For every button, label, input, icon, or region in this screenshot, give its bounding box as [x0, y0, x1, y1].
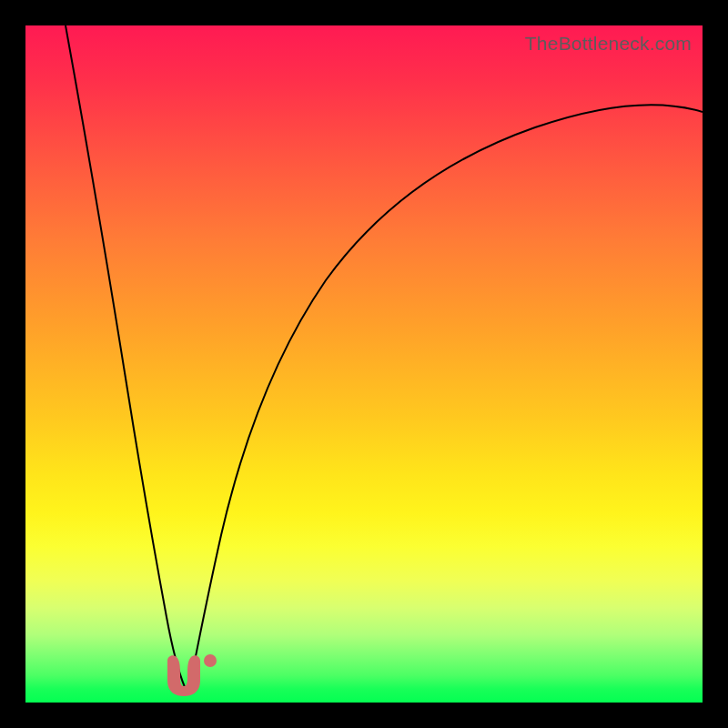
curve-left-branch: [66, 25, 185, 687]
curve-right-branch: [189, 105, 703, 687]
min-marker: [167, 654, 217, 696]
chart-curves-svg: [25, 25, 703, 703]
min-marker-u: [167, 655, 200, 696]
min-marker-dot: [204, 654, 217, 667]
chart-plot-area: TheBottleneck.com: [25, 25, 703, 703]
chart-frame: TheBottleneck.com: [0, 0, 728, 728]
